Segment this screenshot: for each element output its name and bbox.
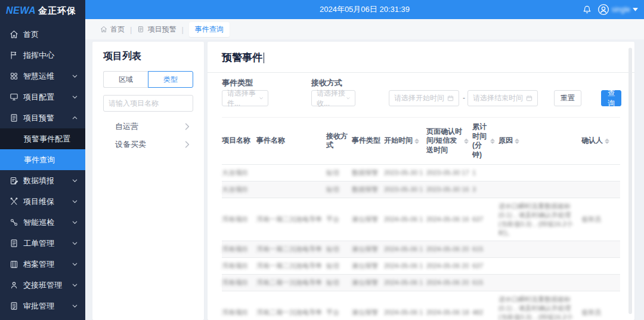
- tools-icon: [10, 197, 18, 206]
- events-table: 项目名称事件名称接收方式事件类型开始时间页面确认时间/短信发送时间累计时间(分钟…: [222, 117, 620, 320]
- column-header-4[interactable]: 开始时间: [384, 118, 426, 165]
- sidebar-item-monitor-3[interactable]: 项目配置: [0, 87, 85, 107]
- cell-method: 短信: [326, 275, 352, 291]
- filter-bar: 事件类型 接收方式 请选择事件... 请选择接收... 请选择开始时间 - 请选…: [222, 78, 620, 109]
- chevron-down-icon: [72, 240, 78, 247]
- file-icon: [10, 113, 18, 122]
- event-type-select[interactable]: 请选择事件...: [222, 90, 268, 106]
- sidebar-item-flag-1[interactable]: 指挥中心: [0, 45, 85, 66]
- cell-method: 短信: [326, 181, 352, 198]
- sidebar-item-label: 项目配置: [23, 92, 72, 103]
- home-icon: [100, 26, 107, 33]
- cell-confirm: 2024-05-06 20:22: [426, 258, 472, 275]
- chevron-down-icon: [72, 198, 78, 205]
- start-time-placeholder: 请选择开始时间: [394, 93, 444, 103]
- cell-confirm: 2024-05-06 18:13: [426, 291, 472, 320]
- sort-icon: [515, 139, 519, 144]
- cell-event: 浑南二期一沉池电导率: [256, 275, 326, 291]
- sidebar-item-home-0[interactable]: 首页: [0, 24, 85, 45]
- cell-event: 浑南一期二沉池电导率: [256, 241, 326, 258]
- reset-button[interactable]: 重置: [554, 90, 581, 106]
- sidebar-item-archive-9[interactable]: 档案管理: [0, 254, 85, 275]
- tree-item-0[interactable]: 自运营: [103, 118, 193, 136]
- cell-reason: [499, 165, 581, 181]
- chevron-up-icon: [72, 115, 78, 121]
- breadcrumb-item-2[interactable]: 事件查询: [189, 22, 230, 37]
- cell-project: 大连项目: [222, 165, 256, 181]
- sidebar-item-file-edit-5[interactable]: 数据填报: [0, 170, 85, 191]
- tab-type[interactable]: 类型: [148, 71, 193, 88]
- sidebar-item-user-10[interactable]: 交接班管理: [0, 275, 85, 296]
- cell-project: 浑南项目: [222, 198, 256, 241]
- cell-method: 平台: [326, 198, 352, 241]
- column-header-7[interactable]: 原因: [499, 118, 581, 165]
- column-header-6[interactable]: 累计时间(分钟): [472, 118, 499, 165]
- sidebar-item-file-4[interactable]: 项目预警: [0, 107, 85, 128]
- vertical-scrollbar[interactable]: [628, 48, 632, 314]
- cell-type: 液位报警: [352, 291, 384, 320]
- cell-event: 浑南一期二沉池电导率: [256, 258, 326, 275]
- cell-confirm: 2023-05-30 17:20: [426, 165, 472, 181]
- sidebar: NEWA 金正环保 首页指挥中心智慧运维项目配置项目预警预警事件配置事件查询数据…: [0, 0, 85, 320]
- sidebar-item-grid-2[interactable]: 智慧运维: [0, 66, 85, 87]
- patrol-icon: [10, 218, 18, 227]
- cell-project: 大连项目: [222, 181, 256, 198]
- breadcrumb-label: 项目预警: [147, 24, 176, 35]
- breadcrumb-separator: |: [130, 25, 132, 34]
- sidebar-item-label: 项目预警: [23, 113, 72, 124]
- chevron-down-icon: [259, 97, 263, 100]
- column-label: 接收方式: [326, 132, 348, 150]
- home-icon: [10, 30, 18, 39]
- tree-item-1[interactable]: 设备买卖: [103, 136, 193, 153]
- cell-type: 数据报警: [352, 181, 384, 198]
- sidebar-item-tools-6[interactable]: 项目维保: [0, 191, 85, 212]
- sort-icon: [464, 139, 469, 144]
- end-time-input[interactable]: 请选择结束时间: [467, 90, 538, 106]
- column-label: 确认人: [581, 136, 603, 146]
- sidebar-subitem-active[interactable]: 事件查询: [0, 149, 85, 170]
- bell-icon[interactable]: [583, 5, 592, 14]
- user-menu[interactable]: single: [597, 4, 638, 16]
- project-tree: 自运营设备买卖: [103, 118, 193, 153]
- sidebar-item-label: 档案管理: [23, 259, 72, 270]
- cell-method: 平台: [326, 291, 352, 320]
- project-search-input[interactable]: [103, 95, 193, 112]
- cell-reason: [499, 181, 581, 198]
- tree-item-label: 自运营: [115, 121, 185, 132]
- sidebar-subitem-default[interactable]: 预警事件配置: [0, 128, 85, 149]
- chevron-down-icon: [72, 261, 78, 267]
- archive-icon: [10, 260, 18, 269]
- cell-method: 短信: [326, 258, 352, 275]
- breadcrumb-item-0[interactable]: 首页: [100, 24, 125, 35]
- sidebar-item-file-8[interactable]: 工单管理: [0, 233, 85, 254]
- tab-region[interactable]: 区域: [103, 71, 148, 88]
- grid-icon: [10, 72, 18, 81]
- cell-event: 浑南一期二沉池电导率: [256, 198, 326, 241]
- cell-start: 2024-05-06 10:13: [384, 241, 426, 258]
- column-label: 事件类型: [352, 136, 380, 146]
- query-button[interactable]: 查询: [601, 90, 621, 106]
- receive-method-select[interactable]: 请选择接收...: [311, 90, 355, 106]
- table-row-2: 浑南项目浑南一期二沉池电导率平台液位报警2024-05-06 10:132024…: [222, 198, 620, 241]
- cell-confirm: 2024-05-06 20:22: [426, 275, 472, 291]
- logo-brand-text: NEWA: [6, 5, 36, 16]
- start-time-input[interactable]: 请选择开始时间: [389, 90, 459, 106]
- breadcrumb-item-1[interactable]: 项目预警: [137, 24, 176, 35]
- chevron-down-icon: [72, 219, 78, 226]
- sort-icon: [605, 139, 609, 144]
- event-type-placeholder: 请选择事件...: [227, 88, 259, 109]
- sidebar-item-patrol-7[interactable]: 智能巡检: [0, 212, 85, 233]
- table-row-0: 大连项目短信数据报警2023-05-30 11:202023-05-30 17:…: [222, 165, 620, 181]
- column-header-8[interactable]: 确认人: [581, 118, 620, 165]
- column-label: 事件名称: [256, 136, 285, 146]
- cell-start: 2024-05-06 10:13: [384, 258, 426, 275]
- sidebar-item-file-check-11[interactable]: 审批管理: [0, 296, 85, 316]
- cell-confirmer: [581, 165, 620, 181]
- end-time-placeholder: 请选择结束时间: [473, 93, 523, 103]
- cell-minutes: 637: [472, 198, 499, 241]
- cell-type: 液位报警: [352, 241, 384, 258]
- column-header-5[interactable]: 页面确认时间/短信发送时间: [426, 118, 472, 165]
- column-label: 项目名称: [222, 136, 250, 146]
- file-icon: [137, 26, 144, 33]
- cell-reason: 进水口瞬时流量数据超标(0.1)，请及时确认并处理(当前值0.3)，(持续16.…: [499, 291, 581, 320]
